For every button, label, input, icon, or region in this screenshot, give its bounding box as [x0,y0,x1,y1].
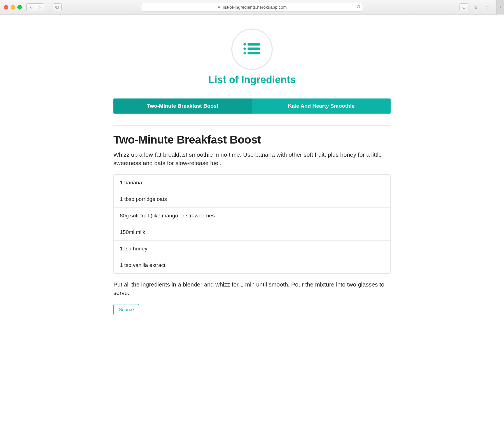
forward-button[interactable] [35,3,44,11]
chrome-right [459,0,500,15]
ingredient-item: 80g soft fruit (like mango or strawberri… [114,207,390,224]
ingredient-item: 1 tsp honey [114,240,390,257]
source-button-label: Source [119,307,134,312]
list-icon [242,41,262,58]
share-button[interactable] [471,3,480,11]
svg-rect-10 [248,52,260,54]
ingredients-list: 1 banana 1 tbsp porridge oats 80g soft f… [113,174,391,274]
svg-rect-0 [56,6,59,8]
svg-point-5 [243,43,246,46]
tab-kale-and-hearty-smoothie[interactable]: Kale And Hearty Smoothie [252,98,391,114]
window-maximize-button[interactable] [17,5,22,10]
plus-icon [499,5,502,10]
nav-buttons [26,3,44,11]
tabs-overview-icon [486,5,489,9]
ingredient-item: 1 tsp vanilla extract [114,257,390,273]
sidebar-toggle-icon [55,5,59,9]
recipe-title: Two-Minute Breakfast Boost [113,133,391,146]
brand-title: List of Ingredients [113,74,391,86]
tab-label: Kale And Hearty Smoothie [288,103,355,109]
browser-chrome: list-of-ingredients.herokuapp.com [0,0,504,15]
tabs-overview-button[interactable] [483,3,492,11]
window-minimize-button[interactable] [11,5,15,10]
source-button[interactable]: Source [113,304,139,315]
recipe-tabs: Two-Minute Breakfast Boost Kale And Hear… [113,98,391,114]
ingredient-item: 1 banana [114,175,390,191]
divider [113,125,391,126]
address-bar-wrap: list-of-ingredients.herokuapp.com [141,3,363,12]
recipe-instructions: Put all the ingredients in a blender and… [113,280,391,297]
lock-icon [217,5,221,10]
window-controls [4,5,22,10]
svg-point-7 [243,48,246,50]
reload-icon [356,5,360,10]
chevron-right-icon [38,5,42,9]
ingredient-item: 150ml milk [114,224,390,240]
brand-logo [231,29,273,70]
svg-point-9 [243,52,246,54]
brand: List of Ingredients [113,29,391,86]
tab-label: Two-Minute Breakfast Boost [147,103,218,109]
window-close-button[interactable] [4,5,8,10]
sidebar-toggle-button[interactable] [53,3,62,11]
svg-rect-8 [248,48,260,50]
new-tab-button[interactable] [496,0,504,15]
downloads-button[interactable] [459,3,468,11]
reload-button[interactable] [356,5,360,10]
page-body: List of Ingredients Two-Minute Breakfast… [0,15,504,332]
address-bar[interactable]: list-of-ingredients.herokuapp.com [141,3,363,12]
back-button[interactable] [26,3,35,11]
ingredient-item: 1 tbsp porridge oats [114,191,390,207]
tab-two-minute-breakfast-boost[interactable]: Two-Minute Breakfast Boost [113,98,252,114]
svg-rect-6 [248,43,260,46]
recipe-description: Whizz up a low-fat breakfast smoothie in… [113,151,391,168]
address-url: list-of-ingredients.herokuapp.com [223,5,287,10]
chevron-left-icon [29,5,33,9]
download-icon [462,5,466,9]
share-icon [474,5,478,9]
